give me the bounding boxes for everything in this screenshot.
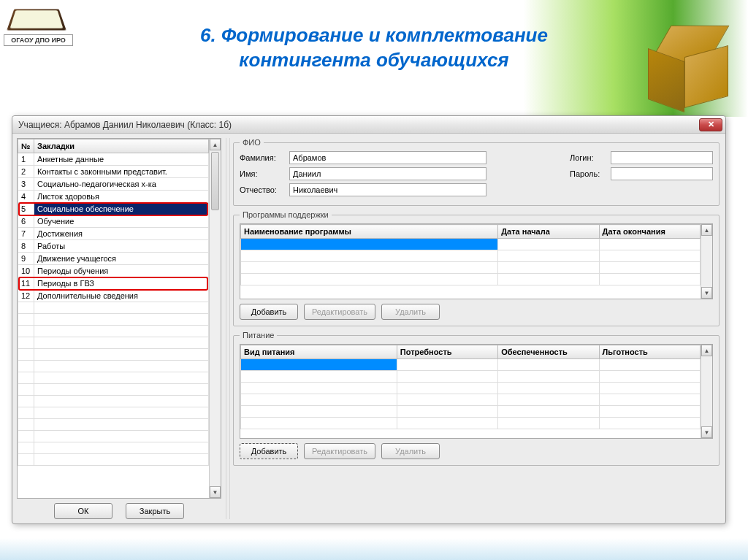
bookmark-row[interactable]: 3Социально-педагогическая х-ка bbox=[18, 178, 209, 191]
bookmark-row[interactable] bbox=[18, 337, 209, 349]
close-button[interactable]: Закрыть bbox=[126, 503, 184, 519]
bookmark-row[interactable]: 2Контакты с законными представит. bbox=[18, 166, 209, 178]
scroll-thumb[interactable] bbox=[211, 152, 219, 210]
bookmark-row[interactable]: 5Социальное обеспечение bbox=[18, 203, 209, 215]
close-icon[interactable]: ✕ bbox=[699, 118, 722, 131]
programs-scrollbar[interactable]: ▲ ▼ bbox=[701, 224, 712, 299]
bookmark-row[interactable] bbox=[18, 361, 209, 372]
food-group: Питание Вид питания Потребность Обеспече… bbox=[233, 331, 720, 466]
table-row[interactable] bbox=[241, 274, 701, 285]
table-row[interactable] bbox=[241, 383, 701, 394]
bookmark-row[interactable] bbox=[18, 407, 209, 419]
scroll-down-icon[interactable]: ▼ bbox=[210, 486, 221, 498]
food-col-benefit[interactable]: Льготность bbox=[599, 345, 700, 359]
name-label: Имя: bbox=[240, 169, 285, 178]
food-legend: Питание bbox=[240, 331, 277, 340]
table-row[interactable] bbox=[241, 371, 701, 383]
programs-legend: Программы поддержки bbox=[240, 210, 332, 219]
bookmark-row[interactable]: 11Периоды в ГВЗ bbox=[18, 277, 209, 290]
bookmark-row[interactable]: 7Достижения bbox=[18, 228, 209, 240]
bookmark-row[interactable] bbox=[18, 454, 209, 466]
bookmark-row[interactable] bbox=[18, 314, 209, 326]
login-input[interactable] bbox=[611, 151, 713, 164]
food-scrollbar[interactable]: ▲ ▼ bbox=[701, 345, 712, 438]
bookmarks-grid[interactable]: № Закладки 1Анкетные данные2Контакты с з… bbox=[17, 138, 221, 499]
window-title: Учащиеся: Абрамов Даниил Николаевич (Кла… bbox=[18, 120, 699, 130]
name-input[interactable] bbox=[289, 167, 486, 180]
programs-col-end[interactable]: Дата окончания bbox=[599, 225, 700, 239]
programs-delete-button[interactable]: Удалить bbox=[381, 304, 440, 320]
bookmark-row[interactable]: 8Работы bbox=[18, 240, 209, 253]
bookmarks-header-num[interactable]: № bbox=[18, 139, 34, 153]
bookmark-row[interactable] bbox=[18, 372, 209, 384]
food-col-supply[interactable]: Обеспеченность bbox=[498, 345, 599, 359]
login-label: Логин: bbox=[570, 153, 606, 162]
table-row[interactable] bbox=[241, 262, 701, 274]
bookmark-row[interactable]: 10Периоды обучения bbox=[18, 265, 209, 277]
surname-label: Фамилия: bbox=[240, 153, 285, 162]
scroll-down-icon[interactable]: ▼ bbox=[701, 287, 712, 299]
bookmark-row[interactable] bbox=[18, 384, 209, 396]
food-grid[interactable]: Вид питания Потребность Обеспеченность Л… bbox=[240, 344, 713, 439]
bookmark-row[interactable]: 1Анкетные данные bbox=[18, 153, 209, 166]
food-edit-button[interactable]: Редактировать bbox=[304, 443, 375, 459]
programs-col-start[interactable]: Дата начала bbox=[498, 225, 599, 239]
bookmarks-header-name[interactable]: Закладки bbox=[34, 139, 209, 153]
bookmark-row[interactable] bbox=[18, 419, 209, 431]
food-add-button[interactable]: Добавить bbox=[240, 443, 298, 459]
splitter[interactable] bbox=[226, 138, 230, 519]
fio-legend: ФИО bbox=[240, 138, 264, 147]
food-delete-button[interactable]: Удалить bbox=[381, 443, 440, 459]
bookmarks-scrollbar[interactable]: ▲ ▼ bbox=[209, 139, 221, 498]
patronymic-label: Отчество: bbox=[240, 185, 285, 194]
programs-col-name[interactable]: Наименование программы bbox=[241, 225, 498, 239]
bookmark-row[interactable] bbox=[18, 302, 209, 314]
password-label: Пароль: bbox=[570, 169, 606, 178]
scroll-up-icon[interactable]: ▲ bbox=[701, 224, 712, 236]
patronymic-input[interactable] bbox=[289, 183, 486, 196]
password-input[interactable] bbox=[611, 167, 713, 180]
table-row[interactable] bbox=[241, 394, 701, 406]
food-col-need[interactable]: Потребность bbox=[397, 345, 497, 359]
bookmark-row[interactable]: 4Листок здоровья bbox=[18, 191, 209, 203]
bookmark-row[interactable]: 6Обучение bbox=[18, 215, 209, 228]
student-window: Учащиеся: Абрамов Даниил Николаевич (Кла… bbox=[12, 115, 726, 524]
slide-title: 6. Формирование и комплектование континг… bbox=[0, 23, 748, 73]
bookmark-row[interactable] bbox=[18, 431, 209, 442]
bookmark-row[interactable] bbox=[18, 396, 209, 407]
programs-add-button[interactable]: Добавить bbox=[240, 304, 298, 320]
surname-input[interactable] bbox=[289, 151, 486, 164]
background-curve bbox=[0, 538, 748, 560]
food-col-type[interactable]: Вид питания bbox=[241, 345, 397, 359]
bookmark-row[interactable] bbox=[18, 326, 209, 337]
bookmark-row[interactable] bbox=[18, 442, 209, 454]
scroll-up-icon[interactable]: ▲ bbox=[210, 139, 221, 150]
scroll-down-icon[interactable]: ▼ bbox=[701, 426, 712, 438]
titlebar[interactable]: Учащиеся: Абрамов Даниил Николаевич (Кла… bbox=[12, 116, 725, 134]
programs-group: Программы поддержки Наименование програм… bbox=[233, 210, 720, 326]
table-row[interactable] bbox=[241, 418, 701, 429]
table-row[interactable] bbox=[241, 250, 701, 262]
table-row[interactable] bbox=[241, 239, 701, 250]
scroll-up-icon[interactable]: ▲ bbox=[701, 345, 712, 356]
bookmark-row[interactable] bbox=[18, 349, 209, 361]
ok-button[interactable]: ОК bbox=[54, 503, 112, 519]
table-row[interactable] bbox=[241, 406, 701, 418]
bookmark-row[interactable]: 9Движение учащегося bbox=[18, 253, 209, 265]
bookmark-row[interactable]: 12Дополнительные сведения bbox=[18, 290, 209, 302]
programs-edit-button[interactable]: Редактировать bbox=[304, 304, 375, 320]
programs-grid[interactable]: Наименование программы Дата начала Дата … bbox=[240, 223, 713, 299]
table-row[interactable] bbox=[241, 359, 701, 371]
fio-group: ФИО Фамилия: Логин: Имя: Пароль: bbox=[233, 138, 720, 206]
